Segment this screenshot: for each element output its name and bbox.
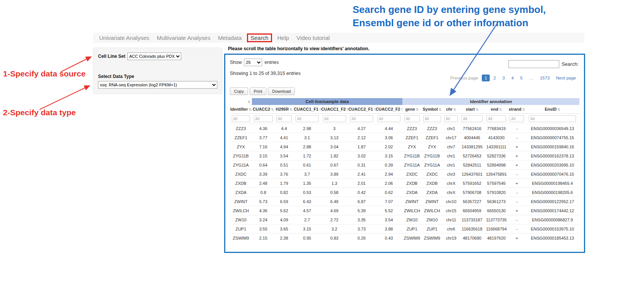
cell: 57906708 — [459, 188, 484, 197]
filter-input-chr[interactable] — [444, 115, 458, 122]
column-header-h295r[interactable]: H295R⇅ — [275, 105, 294, 114]
page-button-2[interactable]: 2 — [491, 75, 498, 81]
sort-icon[interactable]: ⇅ — [416, 108, 419, 111]
next-page-button[interactable]: Next page — [554, 75, 579, 81]
column-header-strand[interactable]: strand⇅ — [508, 105, 525, 114]
sort-icon[interactable]: ⇅ — [290, 108, 293, 111]
print-button[interactable]: Print — [250, 87, 267, 95]
sort-icon[interactable]: ⇅ — [476, 108, 479, 111]
column-header-gene[interactable]: gene⇅ — [402, 105, 421, 114]
download-button[interactable]: Download — [268, 87, 295, 95]
page-button-3[interactable]: 3 — [500, 75, 507, 81]
column-header-cuacc1-f1[interactable]: CUACC1_F1⇅ — [293, 105, 321, 114]
nav-item-search[interactable]: Search — [247, 33, 272, 42]
table-row[interactable]: ZYX7.164.942.883.041.872.02ZYXZYXchr7143… — [230, 142, 579, 151]
table-row[interactable]: ZXDA0.80.820.530.580.420.62ZXDAZXDAchrX5… — [230, 188, 579, 197]
table-row[interactable]: ZZZ34.364.42.9834.274.44ZZZ3ZZZ3chr17756… — [230, 124, 579, 133]
cell: 3.88 — [375, 224, 403, 234]
table-row[interactable]: ZZEF13.774.413.13.132.123.06ZZEF1ZZEF1ch… — [230, 133, 579, 142]
column-header-cuacc2[interactable]: CUACC2⇅ — [252, 105, 275, 114]
previous-page-button[interactable]: Previous page — [448, 75, 481, 81]
nav-item-metadata[interactable]: Metadata — [214, 34, 246, 42]
column-header-ensid[interactable]: EnsID⇅ — [525, 105, 579, 114]
cell: 3.15 — [375, 151, 403, 161]
table-row[interactable]: ZW103.244.092.72.723.353.54ZW10ZW10chr11… — [230, 215, 579, 224]
page-length-select[interactable]: 25 — [244, 59, 262, 66]
column-header-identifier[interactable]: Identifier⇅ — [230, 105, 252, 114]
cell: chr1 — [443, 151, 459, 161]
sort-icon[interactable]: ⇅ — [438, 108, 441, 111]
page-button-1[interactable]: 1 — [482, 75, 489, 81]
column-header-start[interactable]: start⇅ — [459, 105, 484, 114]
table-row[interactable]: ZWILCH4.365.624.574.695.395.52ZWILCHZWIL… — [230, 206, 579, 215]
filter-input-cuacc2-f2[interactable] — [377, 115, 400, 122]
filter-input-strand[interactable] — [510, 115, 524, 122]
sort-icon[interactable]: ⇅ — [453, 108, 456, 111]
sort-icon[interactable]: ⇅ — [499, 108, 502, 111]
table-row[interactable]: ZYG11B3.153.541.721.823.023.15ZYG11BZYG1… — [230, 151, 579, 161]
filter-input-identifier[interactable] — [232, 115, 250, 122]
filter-input-end[interactable] — [486, 115, 506, 122]
copy-button[interactable]: Copy — [230, 87, 248, 95]
cell: ENSG00000162378.13 — [525, 151, 579, 161]
cell: 48197620 — [485, 234, 508, 243]
filter-input-start[interactable] — [461, 115, 483, 122]
table-row[interactable]: ZUP13.553.653.153.23.733.88ZUP1ZUP1chr61… — [230, 224, 579, 234]
table-row[interactable]: ZSWIM92.152.380.950.830.260.43ZSWIM9ZSWI… — [230, 234, 579, 243]
data-type-select[interactable]: xsq: RNA-seq Expression (log2 FPKM+1) — [98, 81, 217, 89]
sort-icon[interactable]: ⇅ — [374, 108, 375, 111]
filter-input-gene[interactable] — [404, 115, 420, 122]
table-row[interactable]: ZYG11A0.640.510.610.670.310.39ZYG11AZYG1… — [230, 161, 579, 170]
column-header-chr[interactable]: chr⇅ — [443, 105, 459, 114]
sort-icon[interactable]: ⇅ — [557, 108, 560, 111]
table-row[interactable]: ZWINT5.736.596.436.496.877.07ZWINTZWINTc… — [230, 197, 579, 206]
nav-item-help[interactable]: Help — [274, 34, 293, 42]
sort-icon[interactable]: ⇅ — [522, 108, 525, 111]
filter-input-ensid[interactable] — [529, 115, 576, 122]
search-input[interactable] — [508, 60, 559, 68]
column-header-end[interactable]: end⇅ — [485, 105, 508, 114]
filter-input-cuacc2[interactable] — [254, 115, 273, 122]
filter-input-cuacc2-f1[interactable] — [350, 115, 373, 122]
column-header-cuacc2-f1[interactable]: CUACC2_F1⇅ — [348, 105, 375, 114]
cell: chr1 — [443, 161, 459, 170]
sort-icon[interactable]: ⇅ — [347, 108, 348, 111]
table-row[interactable]: ZXDB2.481.791.351.32.012.06ZXDBZXDBchrX5… — [230, 179, 579, 188]
filter-input-cuacc1-f1[interactable] — [296, 115, 319, 122]
column-header-cuacc1-f2[interactable]: CUACC1_F2⇅ — [321, 105, 348, 114]
cell: ZYG11A — [230, 161, 252, 170]
cell: 3.1 — [293, 133, 321, 142]
nav-item-univariate-analyses[interactable]: Univariate Analyses — [95, 34, 153, 42]
annotation-search-note: Search gene ID by entering gene symbol, … — [353, 3, 546, 30]
nav-item-video-tutorial[interactable]: Video tutorial — [293, 34, 334, 42]
cell: 57591652 — [459, 179, 484, 188]
cell: ZXDA — [230, 188, 252, 197]
column-header-symbol[interactable]: Symbol⇅ — [421, 105, 443, 114]
cell: chrX — [443, 188, 459, 197]
cell: - — [508, 224, 525, 234]
cell: 3.24 — [252, 215, 275, 224]
nav-item-multivariate-analyses[interactable]: Multivariate Analyses — [153, 34, 214, 42]
sort-icon[interactable]: ⇅ — [248, 108, 252, 111]
sort-icon[interactable]: ⇅ — [401, 108, 402, 111]
table-row[interactable]: ZXDC3.393.763.73.892.412.94ZXDCZXDCchr31… — [230, 170, 579, 179]
page-button-5[interactable]: 5 — [517, 75, 525, 81]
cell-line-set-select[interactable]: ACC Colorado plus PDX — [127, 52, 181, 60]
results-table-head: ⇅Cell line/sample dataIdentifier annotat… — [230, 98, 579, 124]
filter-input-h295r[interactable] — [276, 115, 292, 122]
sort-icon[interactable]: ⇅ — [247, 100, 250, 104]
cell: ZSWIM9 — [421, 234, 443, 243]
page-button-4[interactable]: 4 — [509, 75, 516, 81]
column-header-cuacc2-f2[interactable]: CUACC2_F2⇅ — [375, 105, 403, 114]
cell: 1.35 — [293, 179, 321, 188]
sort-icon[interactable]: ⇅ — [271, 108, 274, 111]
cell: ZXDA — [402, 188, 421, 197]
sort-icon[interactable]: ⇅ — [319, 108, 321, 111]
cell: 2.06 — [375, 179, 403, 188]
filter-input-cuacc1-f2[interactable] — [323, 115, 346, 122]
cell: 0.26 — [348, 234, 375, 243]
cell: 3.54 — [375, 215, 403, 224]
cell: 113773735 — [485, 215, 508, 224]
filter-input-symbol[interactable] — [423, 115, 441, 122]
page-button-1573[interactable]: 1573 — [537, 75, 552, 81]
